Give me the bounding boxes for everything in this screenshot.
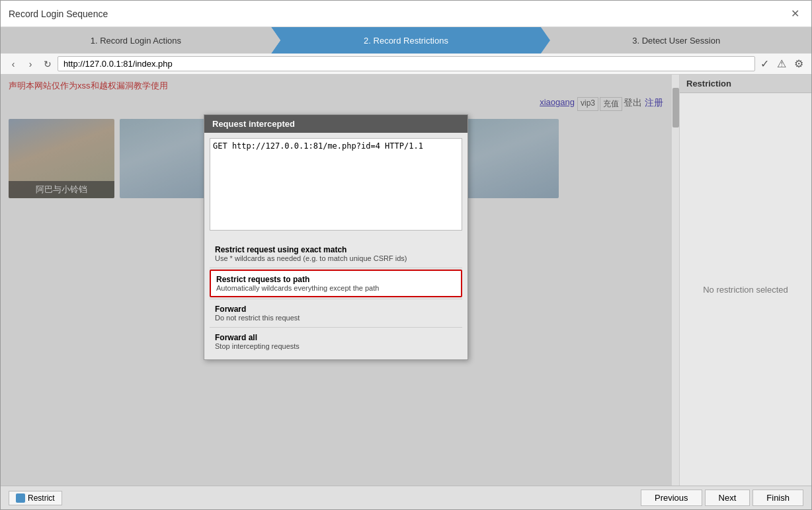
intercept-option-restrict-path-title: Restrict requests to path (216, 275, 456, 284)
finish-button[interactable]: Finish (752, 490, 803, 506)
settings-button[interactable]: ⚙ (792, 56, 806, 71)
window-title: Record Login Sequence (9, 9, 108, 19)
next-button[interactable]: Next (705, 490, 751, 506)
restrict-button[interactable]: Restrict (9, 491, 62, 505)
intercept-option-forward-all-title: Forward all (215, 333, 457, 342)
intercept-option-exact-match[interactable]: Restrict request using exact match Use *… (210, 241, 462, 266)
intercept-request-textarea[interactable]: GET http://127.0.0.1:81/me.php?id=4 HTTP… (210, 138, 462, 231)
intercept-option-restrict-path-desc: Automatically wildcards everything excep… (216, 284, 456, 292)
intercept-option-forward-title: Forward (215, 305, 457, 314)
intercept-dialog: Request intercepted GET http://127.0.0.1… (204, 114, 468, 360)
right-panel: Restriction No restriction selected (679, 75, 811, 486)
step-3-label: 3. Detect User Session (632, 36, 720, 46)
right-panel-empty: No restriction selected (680, 93, 811, 486)
browser-viewport: 声明本网站仅作为xss和越权漏洞教学使用 xiaogang vip3 充值 登出… (1, 75, 671, 486)
step-2-label: 2. Record Restrictions (364, 36, 448, 46)
back-button[interactable]: ‹ (6, 57, 20, 71)
divider-1 (210, 268, 462, 268)
address-bar[interactable] (58, 56, 755, 71)
main-window: Record Login Sequence ✕ 1. Record Login … (0, 0, 812, 510)
title-bar: Record Login Sequence ✕ (1, 1, 811, 27)
intercept-overlay: Request intercepted GET http://127.0.0.1… (1, 75, 671, 486)
intercept-option-forward[interactable]: Forward Do not restrict this request (210, 301, 462, 326)
intercept-option-forward-desc: Do not restrict this request (215, 314, 457, 322)
browser-toolbar: ‹ › ↻ ✓ ⚠ ⚙ (1, 54, 811, 75)
intercept-title: Request intercepted (204, 115, 467, 133)
bottom-toolbar: Restrict Previous Next Finish (1, 486, 811, 509)
warn-button[interactable]: ⚠ (774, 56, 789, 71)
check-button[interactable]: ✓ (758, 56, 772, 71)
previous-button[interactable]: Previous (641, 490, 702, 506)
step-3[interactable]: 3. Detect User Session (541, 27, 811, 54)
browser-scrollbar[interactable] (671, 75, 679, 486)
forward-button[interactable]: › (23, 57, 38, 71)
step-1[interactable]: 1. Record Login Actions (1, 27, 271, 54)
step-1-label: 1. Record Login Actions (91, 36, 181, 46)
intercept-option-exact-match-title: Restrict request using exact match (215, 245, 457, 254)
close-button[interactable]: ✕ (787, 6, 803, 21)
intercept-option-forward-all[interactable]: Forward all Stop intercepting requests (210, 329, 462, 354)
step-2[interactable]: 2. Record Restrictions (271, 27, 542, 54)
divider-2 (210, 299, 462, 299)
restrict-icon (16, 493, 25, 503)
main-area: 声明本网站仅作为xss和越权漏洞教学使用 xiaogang vip3 充值 登出… (1, 75, 811, 486)
intercept-option-restrict-path[interactable]: Restrict requests to path Automatically … (210, 270, 462, 297)
right-panel-header: Restriction (680, 75, 811, 93)
scrollbar-thumb[interactable] (672, 88, 679, 128)
intercept-option-exact-match-desc: Use * wildcards as needed (e.g. to match… (215, 254, 457, 262)
reload-button[interactable]: ↻ (40, 57, 55, 71)
step-bar: 1. Record Login Actions 2. Record Restri… (1, 27, 811, 54)
restrict-button-label: Restrict (28, 493, 55, 503)
intercept-option-forward-all-desc: Stop intercepting requests (215, 342, 457, 350)
divider-3 (210, 327, 462, 328)
intercept-options: Restrict request using exact match Use *… (204, 238, 467, 359)
